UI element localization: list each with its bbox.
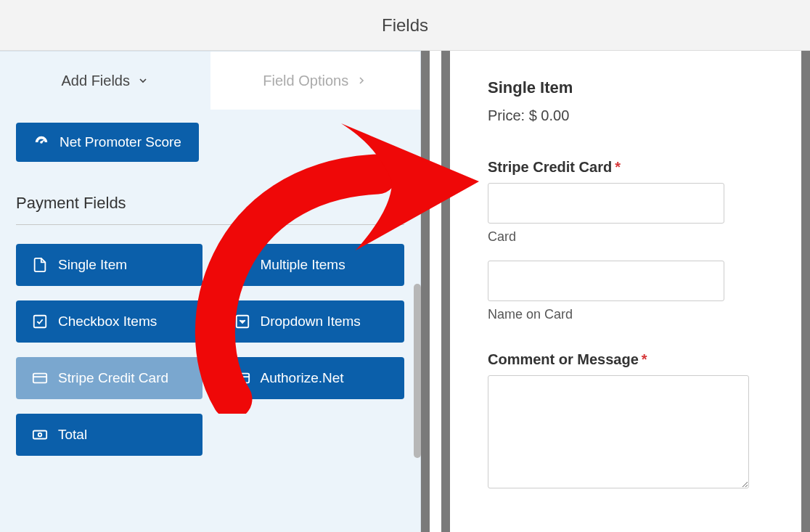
credit-card-icon — [234, 370, 250, 386]
multiple-items-label: Multiple Items — [261, 257, 345, 273]
name-on-card-sublabel: Name on Card — [488, 307, 764, 322]
required-asterisk: * — [615, 159, 621, 175]
dropdown-items-button[interactable]: Dropdown Items — [218, 300, 405, 343]
panel-tabs: Add Fields Field Options — [0, 52, 420, 110]
required-asterisk: * — [642, 351, 647, 367]
fields-panel: Add Fields Field Options Net Promoter Sc… — [0, 51, 421, 532]
money-icon — [32, 427, 48, 443]
chevron-down-icon — [137, 75, 149, 86]
section-divider — [16, 224, 404, 225]
checkbox-items-label: Checkbox Items — [58, 314, 157, 330]
page-header: Fields — [0, 0, 810, 51]
payment-fields-grid: Single Item Multiple Items Checkbox Item… — [16, 244, 404, 456]
svg-point-4 — [236, 264, 238, 266]
svg-rect-12 — [33, 431, 46, 439]
nps-label: Net Promoter Score — [60, 134, 181, 150]
stripe-field-label-text: Stripe Credit Card — [488, 159, 612, 175]
svg-point-5 — [236, 268, 238, 270]
panel-divider — [421, 51, 450, 532]
tab-field-options-label: Field Options — [263, 73, 348, 89]
single-item-button[interactable]: Single Item — [16, 244, 202, 286]
file-icon — [32, 257, 48, 273]
form-preview: Single Item Price: $ 0.00 Stripe Credit … — [450, 51, 810, 532]
credit-card-icon — [32, 370, 48, 386]
total-label: Total — [58, 427, 87, 443]
svg-rect-6 — [34, 316, 46, 328]
comment-label-text: Comment or Message — [488, 351, 639, 367]
authorize-net-label: Authorize.Net — [261, 370, 344, 386]
checkbox-items-button[interactable]: Checkbox Items — [16, 300, 202, 343]
stripe-credit-card-button[interactable]: Stripe Credit Card — [16, 357, 202, 399]
svg-rect-10 — [235, 374, 248, 383]
svg-point-13 — [38, 433, 42, 437]
caret-square-icon — [234, 314, 250, 330]
card-input[interactable] — [488, 183, 724, 224]
list-icon — [234, 257, 250, 273]
net-promoter-score-button[interactable]: Net Promoter Score — [16, 123, 199, 162]
card-sublabel: Card — [488, 229, 764, 245]
check-square-icon — [32, 314, 48, 330]
authorize-net-button[interactable]: Authorize.Net — [218, 357, 405, 399]
total-button[interactable]: Total — [16, 414, 202, 456]
comment-field-label: Comment or Message* — [488, 351, 764, 368]
single-item-heading: Single Item — [488, 78, 764, 97]
payment-fields-section-header[interactable]: Payment Fields — [16, 194, 404, 217]
tab-add-fields-label: Add Fields — [62, 73, 131, 89]
single-item-price: Price: $ 0.00 — [488, 107, 764, 124]
tab-field-options[interactable]: Field Options — [210, 52, 421, 110]
stripe-field-label: Stripe Credit Card* — [488, 159, 764, 176]
name-on-card-input[interactable] — [488, 261, 724, 301]
multiple-items-button[interactable]: Multiple Items — [218, 244, 405, 286]
scrollbar-thumb[interactable] — [414, 284, 421, 458]
single-item-label: Single Item — [58, 257, 127, 273]
chevron-right-icon — [356, 75, 367, 86]
tab-add-fields[interactable]: Add Fields — [0, 52, 210, 110]
svg-point-3 — [236, 260, 238, 262]
dashboard-icon — [33, 134, 49, 150]
comment-textarea[interactable] — [488, 375, 749, 488]
dropdown-items-label: Dropdown Items — [261, 314, 361, 330]
svg-rect-8 — [33, 374, 46, 383]
page-title: Fields — [382, 15, 428, 36]
stripe-cc-label: Stripe Credit Card — [58, 370, 168, 386]
payment-fields-title: Payment Fields — [16, 194, 126, 213]
